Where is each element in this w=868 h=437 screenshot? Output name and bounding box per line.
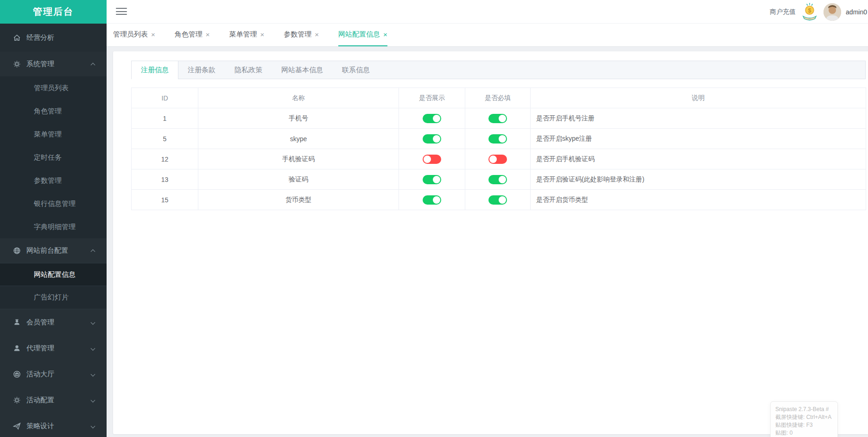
close-icon[interactable]: × xyxy=(315,31,319,38)
chevron-down-icon xyxy=(91,320,95,325)
table-row: 13 验证码 是否开启验证码(此处影响登录和注册) xyxy=(132,169,866,190)
register-config-table: ID 名称 是否展示 是否必填 说明 1 手机号 是否开启手机号注册 xyxy=(131,87,866,210)
close-icon[interactable]: × xyxy=(260,31,265,38)
snipaste-paste-count: 贴图: 0 xyxy=(775,429,833,437)
sidebar-item-agent-management[interactable]: 代理管理 xyxy=(0,335,107,361)
section-tab-privacy-policy[interactable]: 隐私政策 xyxy=(225,61,272,79)
subitem-label: 银行信息管理 xyxy=(34,200,76,208)
home-icon xyxy=(13,34,21,42)
tab-parameter-management[interactable]: 参数管理 × xyxy=(284,24,319,46)
sidebar-item-activity-hall[interactable]: 活动大厅 xyxy=(0,361,107,387)
sidebar-item-activity-config[interactable]: 活动配置 xyxy=(0,387,107,413)
chevron-down-icon xyxy=(91,346,95,350)
cell-id: 13 xyxy=(132,169,198,190)
open-page-tabs: 管理员列表 × 角色管理 × 菜单管理 × 参数管理 × 网站配置信息 × xyxy=(107,24,868,47)
subitem-label: 角色管理 xyxy=(34,107,62,116)
tab-label: 参数管理 xyxy=(284,30,311,39)
tab-role-management[interactable]: 角色管理 × xyxy=(175,24,210,46)
sidebar-toggle-hamburger-icon[interactable] xyxy=(116,8,127,16)
sidebar-subitem-parameter-management[interactable]: 参数管理 xyxy=(0,169,107,192)
topbar-right: 商户充值 $ admin0 xyxy=(770,0,867,24)
subitem-label: 网站配置信息 xyxy=(34,270,76,279)
paper-plane-icon xyxy=(13,422,21,430)
show-toggle[interactable] xyxy=(423,195,441,205)
section-tab-register-info[interactable]: 注册信息 xyxy=(132,61,178,79)
cell-desc: 是否开启货币类型 xyxy=(531,190,866,210)
sidebar-subitem-role-management[interactable]: 角色管理 xyxy=(0,100,107,123)
subitem-label: 参数管理 xyxy=(34,176,62,185)
chevron-up-icon xyxy=(91,63,95,68)
cell-desc: 是否开启手机验证码 xyxy=(531,149,866,169)
required-toggle[interactable] xyxy=(488,134,507,144)
chevron-up-icon xyxy=(91,250,95,254)
close-icon[interactable]: × xyxy=(383,31,387,38)
subitem-label: 管理员列表 xyxy=(34,84,69,93)
tab-label: 网站配置信息 xyxy=(338,30,380,39)
sidebar-item-system-management[interactable]: 系统管理 xyxy=(0,52,107,76)
sidebar: 管理后台 经营分析 系统管理 管理员列表 角色管理 菜单管理 定时任务 参数管理… xyxy=(0,0,107,437)
close-icon[interactable]: × xyxy=(206,31,210,38)
topbar: 商户充值 $ admin0 xyxy=(107,0,868,24)
required-toggle[interactable] xyxy=(488,155,507,164)
show-toggle[interactable] xyxy=(423,114,441,123)
sidebar-subitem-scheduled-tasks[interactable]: 定时任务 xyxy=(0,146,107,169)
sidebar-subitem-admin-list[interactable]: 管理员列表 xyxy=(0,76,107,100)
tab-menu-management[interactable]: 菜单管理 × xyxy=(229,24,265,46)
required-toggle[interactable] xyxy=(488,175,507,184)
section-tab-register-terms[interactable]: 注册条款 xyxy=(178,61,225,79)
table-header-row: ID 名称 是否展示 是否必填 说明 xyxy=(132,88,866,108)
cell-name: 手机验证码 xyxy=(198,149,399,169)
table-row: 15 货币类型 是否开启货币类型 xyxy=(132,190,866,210)
section-tab-contact-info[interactable]: 联系信息 xyxy=(333,61,380,79)
snipaste-version: Snipaste 2.7.3-Beta # xyxy=(775,406,833,413)
show-toggle[interactable] xyxy=(423,175,441,184)
sidebar-subitem-menu-management[interactable]: 菜单管理 xyxy=(0,123,107,146)
cell-name: skype xyxy=(198,129,399,149)
sidebar-subitem-site-config-info[interactable]: 网站配置信息 xyxy=(0,263,107,286)
close-icon[interactable]: × xyxy=(151,31,155,38)
svg-text:$: $ xyxy=(808,7,811,14)
config-card: 注册信息 注册条款 隐私政策 网站基本信息 联系信息 ID 名称 是否展示 xyxy=(113,51,868,434)
subitem-label: 菜单管理 xyxy=(34,130,62,139)
user-avatar[interactable] xyxy=(824,3,841,21)
snipaste-tooltip: Snipaste 2.7.3-Beta # 截屏快捷键: Ctrl+Alt+A … xyxy=(770,401,838,437)
sidebar-item-member-management[interactable]: 会员管理 xyxy=(0,309,107,335)
tab-admin-list[interactable]: 管理员列表 × xyxy=(113,24,155,46)
cell-desc: 是否开启skype注册 xyxy=(531,129,866,149)
required-toggle[interactable] xyxy=(488,114,507,123)
cell-desc: 是否开启手机号注册 xyxy=(531,108,866,129)
col-header-show: 是否展示 xyxy=(399,88,465,108)
recharge-coin-icon[interactable]: $ xyxy=(800,2,819,22)
col-header-desc: 说明 xyxy=(531,88,866,108)
required-toggle[interactable] xyxy=(488,195,507,205)
sidebar-subitem-bank-info-management[interactable]: 银行信息管理 xyxy=(0,192,107,215)
cell-desc: 是否开启验证码(此处影响登录和注册) xyxy=(531,169,866,190)
main-area: 商户充值 $ admin0 管理员列表 × 角色 xyxy=(107,0,868,437)
tab-site-config-info[interactable]: 网站配置信息 × xyxy=(338,24,387,46)
sidebar-subitem-dict-detail-management[interactable]: 字典明细管理 xyxy=(0,215,107,238)
show-toggle[interactable] xyxy=(423,155,441,164)
member-icon xyxy=(13,318,21,326)
show-toggle[interactable] xyxy=(423,134,441,144)
activity-icon xyxy=(13,370,21,378)
sidebar-item-label: 网站前台配置 xyxy=(26,246,68,255)
sidebar-item-label: 经营分析 xyxy=(26,33,54,42)
tab-label: 角色管理 xyxy=(175,30,203,39)
sidebar-item-label: 代理管理 xyxy=(26,344,54,353)
globe-icon xyxy=(13,247,21,255)
sidebar-item-site-frontend-config[interactable]: 网站前台配置 xyxy=(0,238,107,263)
cell-id: 15 xyxy=(132,190,198,210)
table-row: 12 手机验证码 是否开启手机验证码 xyxy=(132,149,866,169)
sidebar-item-label: 策略设计 xyxy=(26,422,54,431)
submenu-site-frontend-config: 网站配置信息 广告幻灯片 xyxy=(0,263,107,309)
sidebar-item-strategy-design[interactable]: 策略设计 xyxy=(0,413,107,437)
sidebar-subitem-ad-slideshow[interactable]: 广告幻灯片 xyxy=(0,286,107,309)
cell-name: 手机号 xyxy=(198,108,399,129)
username-label[interactable]: admin0 xyxy=(846,8,867,16)
sidebar-item-label: 活动配置 xyxy=(26,396,54,405)
submenu-system-management: 管理员列表 角色管理 菜单管理 定时任务 参数管理 银行信息管理 字典明细管理 xyxy=(0,76,107,238)
merchant-recharge-link[interactable]: 商户充值 xyxy=(770,8,796,16)
section-tab-site-basic-info[interactable]: 网站基本信息 xyxy=(272,61,333,79)
sidebar-item-business-analysis[interactable]: 经营分析 xyxy=(0,24,107,52)
subitem-label: 定时任务 xyxy=(34,153,62,162)
